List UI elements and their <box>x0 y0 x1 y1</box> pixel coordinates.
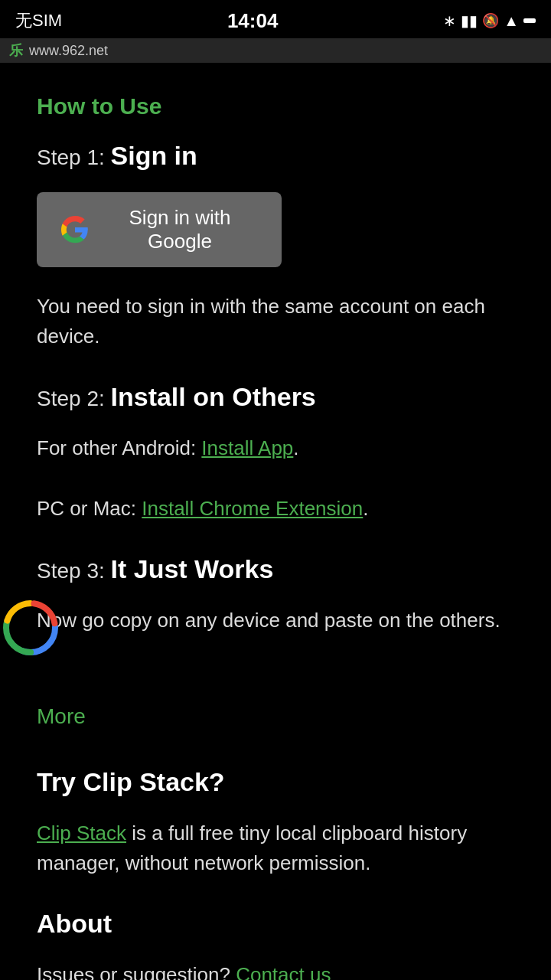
step1-prefix: Step 1: <box>37 145 111 169</box>
watermark-site: www.962.net <box>29 43 108 59</box>
loading-spinner <box>0 597 77 674</box>
google-btn-label: Sign in with Google <box>103 206 257 253</box>
google-logo-icon <box>61 216 89 243</box>
battery-icon: ▮▮ <box>461 11 478 30</box>
battery-full-icon <box>523 18 536 23</box>
watermark-logo: 乐 <box>9 41 23 60</box>
status-icons: ∗ ▮▮ 🔕 ▲ <box>443 11 536 30</box>
step3-title: Step 3: It Just Works <box>37 554 514 584</box>
wifi-icon: ▲ <box>504 12 519 30</box>
contact-us-link[interactable]: Contact us <box>236 963 331 980</box>
google-signin-button[interactable]: Sign in with Google <box>37 192 282 267</box>
step2-pc-text: PC or Mac: <box>37 497 142 520</box>
step1-description: You need to sign in with the same accoun… <box>37 292 514 351</box>
watermark-bar: 乐 www.962.net <box>0 38 551 63</box>
step3-prefix: Step 3: <box>37 559 111 583</box>
about-heading: About <box>37 909 514 939</box>
step2-android-suffix: . <box>293 436 298 459</box>
main-content: How to Use Step 1: Sign in Sign in with … <box>0 63 551 697</box>
clip-stack-heading: Try Clip Stack? <box>37 767 514 797</box>
step2-title: Step 2: Install on Others <box>37 382 514 412</box>
step1-title-bold: Sign in <box>111 141 197 170</box>
step2-title-bold: Install on Others <box>111 382 316 411</box>
silent-icon: 🔕 <box>482 12 499 29</box>
how-to-use-heading: How to Use <box>37 93 514 119</box>
about-section: About Issues or suggestion? Contact us M… <box>37 909 514 980</box>
step2-android-line: For other Android: Install App. <box>37 433 514 463</box>
clip-stack-section: Try Clip Stack? Clip Stack is a full fre… <box>0 760 551 980</box>
status-carrier: 无SIM <box>15 9 62 32</box>
issues-line: Issues or suggestion? Contact us <box>37 960 514 980</box>
bluetooth-icon: ∗ <box>443 11 456 30</box>
step2-prefix: Step 2: <box>37 387 111 410</box>
step2-android-text: For other Android: <box>37 436 201 459</box>
clip-stack-link[interactable]: Clip Stack <box>37 822 126 844</box>
step2-pc-line: PC or Mac: Install Chrome Extension. <box>37 494 514 524</box>
step2-pc-suffix: . <box>363 497 368 520</box>
step1-section: Step 1: Sign in Sign in with Google You … <box>37 141 514 351</box>
issues-text: Issues or suggestion? <box>37 963 236 980</box>
step3-section: Step 3: It Just Works Now go copy on any… <box>37 554 514 635</box>
install-chrome-link[interactable]: Install Chrome Extension <box>142 497 363 520</box>
install-app-link[interactable]: Install App <box>201 436 293 459</box>
status-bar: 无SIM 14:04 ∗ ▮▮ 🔕 ▲ <box>0 0 551 38</box>
step1-title: Step 1: Sign in <box>37 141 514 171</box>
step3-title-bold: It Just Works <box>111 554 274 583</box>
status-time: 14:04 <box>227 9 279 33</box>
more-link[interactable]: More <box>37 704 551 729</box>
step2-section: Step 2: Install on Others For other Andr… <box>37 382 514 524</box>
clip-stack-description: Clip Stack is a full free tiny local cli… <box>37 818 514 878</box>
step3-description: Now go copy on any device and paste on t… <box>37 606 514 635</box>
spinner-svg <box>0 597 61 658</box>
